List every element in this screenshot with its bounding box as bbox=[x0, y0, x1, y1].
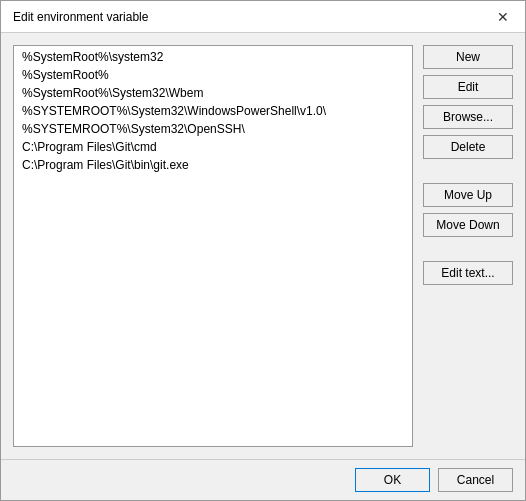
list-item[interactable]: C:\Program Files\Git\bin\git.exe bbox=[16, 156, 410, 174]
new-button[interactable]: New bbox=[423, 45, 513, 69]
cancel-button[interactable]: Cancel bbox=[438, 468, 513, 492]
list-item[interactable]: C:\Program Files\Git\cmd bbox=[16, 138, 410, 156]
list-item[interactable]: %SystemRoot%\system32 bbox=[16, 48, 410, 66]
ok-button[interactable]: OK bbox=[355, 468, 430, 492]
close-button[interactable]: ✕ bbox=[493, 7, 513, 27]
env-var-list[interactable]: %SystemRoot%\system32%SystemRoot%%System… bbox=[13, 45, 413, 447]
title-bar: Edit environment variable ✕ bbox=[1, 1, 525, 33]
list-item[interactable]: %SystemRoot% bbox=[16, 66, 410, 84]
move-up-button[interactable]: Move Up bbox=[423, 183, 513, 207]
list-item[interactable]: %SYSTEMROOT%\System32\WindowsPowerShell\… bbox=[16, 102, 410, 120]
dialog-title: Edit environment variable bbox=[13, 10, 148, 24]
browse-button[interactable]: Browse... bbox=[423, 105, 513, 129]
edit-env-var-dialog: Edit environment variable ✕ %SystemRoot%… bbox=[0, 0, 526, 501]
dialog-footer: OK Cancel bbox=[1, 459, 525, 500]
dialog-content: %SystemRoot%\system32%SystemRoot%%System… bbox=[1, 33, 525, 459]
list-item[interactable]: %SYSTEMROOT%\System32\OpenSSH\ bbox=[16, 120, 410, 138]
spacer1 bbox=[423, 165, 513, 177]
buttons-panel: New Edit Browse... Delete Move Up Move D… bbox=[423, 45, 513, 447]
edit-text-button[interactable]: Edit text... bbox=[423, 261, 513, 285]
delete-button[interactable]: Delete bbox=[423, 135, 513, 159]
list-item[interactable]: %SystemRoot%\System32\Wbem bbox=[16, 84, 410, 102]
spacer2 bbox=[423, 243, 513, 255]
move-down-button[interactable]: Move Down bbox=[423, 213, 513, 237]
edit-button[interactable]: Edit bbox=[423, 75, 513, 99]
